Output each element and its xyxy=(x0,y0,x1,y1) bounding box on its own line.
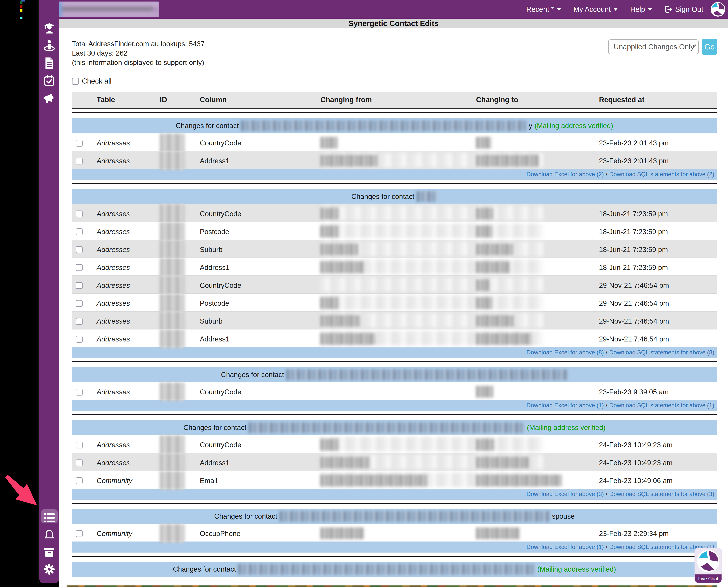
download-excel-link[interactable]: Download Excel for above (1) xyxy=(527,544,604,550)
row-checkbox[interactable] xyxy=(76,211,82,217)
download-sql-link[interactable]: Download SQL statements for above (8) xyxy=(609,349,714,356)
sidebar-item-documents[interactable] xyxy=(40,56,59,71)
sidebar-item-notifications[interactable] xyxy=(40,527,59,542)
download-excel-link[interactable]: Download Excel for above (3) xyxy=(527,491,604,497)
redacted-changing-to xyxy=(476,243,513,255)
section-header-text: Changes for contact xyxy=(351,193,414,201)
row-checkbox[interactable] xyxy=(76,477,82,484)
check-all-checkbox[interactable] xyxy=(72,78,79,85)
download-excel-link[interactable]: Download Excel for above (8) xyxy=(527,349,604,356)
row-checkbox[interactable] xyxy=(76,158,82,164)
mailing-address-verified-label: (Mailing address verified) xyxy=(527,424,605,432)
screen-artifact xyxy=(20,17,22,19)
cell-column: Suburb xyxy=(198,246,320,254)
cell-id xyxy=(156,524,198,543)
main-content: Unapplied Changes Only Go Total AddressF… xyxy=(59,28,728,587)
table-name: Addresses xyxy=(97,317,130,325)
cell-requested-at: 29-Nov-21 7:46:54 pm xyxy=(599,335,717,343)
row-checkbox-cell xyxy=(72,158,93,164)
row-checkbox[interactable] xyxy=(76,282,82,289)
table-name: Community xyxy=(97,530,132,538)
row-checkbox[interactable] xyxy=(76,228,82,235)
download-sql-link[interactable]: Download SQL statements for above (3) xyxy=(609,491,714,497)
cell-column: OccupPhone xyxy=(198,530,320,538)
nav-help[interactable]: Help xyxy=(630,5,652,14)
section-divider xyxy=(72,112,717,113)
cell-requested-at: 18-Jun-21 7:23:59 pm xyxy=(599,210,717,218)
nav-recent[interactable]: Recent * xyxy=(526,5,561,14)
synergetic-logo-icon xyxy=(710,2,725,17)
section-header-text: Changes for contact xyxy=(221,371,284,379)
nav-my-account[interactable]: My Account xyxy=(574,5,617,14)
row-checkbox-cell xyxy=(72,442,93,448)
row-checkbox[interactable] xyxy=(76,336,82,343)
redacted-changing-to xyxy=(476,226,492,237)
table-name: Addresses xyxy=(97,139,130,147)
redacted-changing-to xyxy=(476,474,562,486)
cell-table: Community xyxy=(93,530,156,538)
cell-changing-to xyxy=(476,527,599,540)
section-header: Changes for contact(Mailing address veri… xyxy=(72,562,717,577)
live-chat-label: Live Chat xyxy=(698,576,718,582)
row-checkbox[interactable] xyxy=(76,140,82,146)
row-checkbox[interactable] xyxy=(76,246,82,253)
requested-at-value: 18-Jun-21 7:23:59 pm xyxy=(599,228,668,236)
go-button[interactable]: Go xyxy=(702,39,717,55)
live-chat-widget[interactable]: Live Chat xyxy=(695,548,722,583)
requested-at-value: 23-Feb-23 2:29:34 pm xyxy=(599,530,669,538)
table-row: AddressesCountryCode23-Feb-23 2:01:43 pm xyxy=(72,134,717,151)
link-separator: / xyxy=(606,544,607,550)
chevron-down-icon xyxy=(648,8,652,11)
redacted-changing-to xyxy=(476,155,539,167)
redacted-id xyxy=(160,524,185,543)
check-all-row: Check all xyxy=(72,77,728,85)
table-name: Addresses xyxy=(97,282,130,289)
table-name: Community xyxy=(97,477,132,485)
table-row: CommunityOccupPhone23-Feb-23 2:29:34 pm xyxy=(72,524,717,541)
check-all-label: Check all xyxy=(82,77,112,85)
sidebar-item-calendar[interactable] xyxy=(40,73,59,88)
column-name: Address1 xyxy=(200,157,229,165)
sidebar-item-settings[interactable] xyxy=(40,562,59,577)
row-checkbox[interactable] xyxy=(76,389,82,396)
cell-id xyxy=(156,151,198,171)
sidebar-item-announcements[interactable] xyxy=(40,91,59,106)
download-excel-link[interactable]: Download Excel for above (1) xyxy=(527,402,604,409)
redacted-changing-from xyxy=(320,243,359,255)
redacted-changing-from xyxy=(320,474,427,486)
cell-id xyxy=(156,258,198,277)
nav-sign-out[interactable]: Sign Out xyxy=(664,5,703,14)
row-checkbox-cell xyxy=(72,211,93,217)
cell-column: Address1 xyxy=(198,157,320,165)
download-excel-link[interactable]: Download Excel for above (2) xyxy=(527,171,604,178)
header-id: ID xyxy=(156,96,198,104)
requested-at-value: 29-Nov-21 7:46:54 pm xyxy=(599,335,669,343)
link-separator: / xyxy=(606,491,607,497)
document-icon xyxy=(45,57,54,69)
row-checkbox[interactable] xyxy=(76,530,82,537)
chevron-down-icon xyxy=(613,8,617,11)
row-checkbox[interactable] xyxy=(76,300,82,307)
sidebar-item-lists-active[interactable] xyxy=(40,511,59,525)
redacted-value-wide xyxy=(320,277,543,292)
row-checkbox[interactable] xyxy=(76,318,82,325)
link-separator: / xyxy=(606,349,607,356)
table-row: AddressesAddress124-Feb-23 10:49:23 am xyxy=(72,453,717,471)
download-sql-link[interactable]: Download SQL statements for above (1) xyxy=(609,402,714,409)
requested-at-value: 29-Nov-21 7:46:54 pm xyxy=(599,299,669,307)
cell-column: Address1 xyxy=(198,335,320,343)
cell-id xyxy=(156,329,198,349)
changes-filter-select[interactable]: Unapplied Changes Only xyxy=(608,40,699,54)
row-checkbox[interactable] xyxy=(76,460,82,466)
table-row: AddressesSuburb29-Nov-21 7:46:54 pm xyxy=(72,311,717,329)
header-column: Column xyxy=(198,96,320,104)
header-changing-from: Changing from xyxy=(320,96,476,104)
sidebar-item-students[interactable] xyxy=(40,21,59,36)
row-checkbox[interactable] xyxy=(76,442,82,448)
redacted-id xyxy=(160,382,185,401)
download-sql-link[interactable]: Download SQL statements for above (2) xyxy=(609,171,714,178)
sidebar-item-community[interactable] xyxy=(40,38,59,53)
row-checkbox[interactable] xyxy=(76,264,82,271)
sidebar-item-archive[interactable] xyxy=(40,545,59,560)
redacted-changing-from xyxy=(320,297,339,309)
